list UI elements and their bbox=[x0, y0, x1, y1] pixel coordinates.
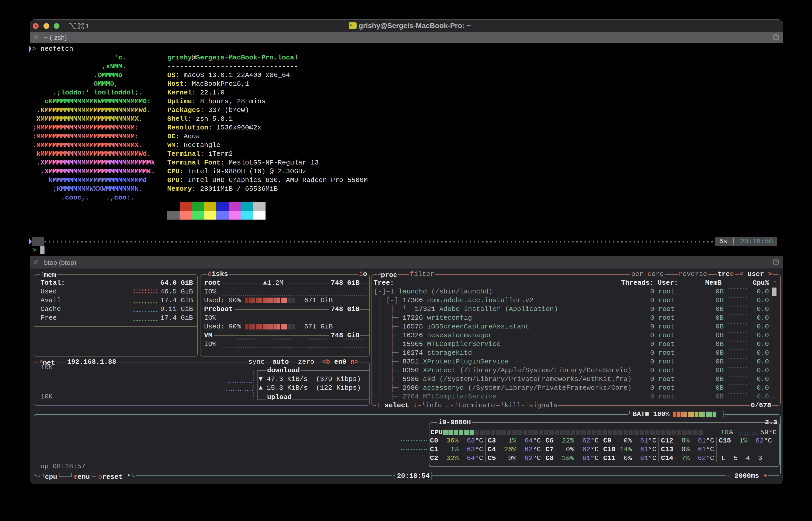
svg-text:1: 1 bbox=[86, 23, 89, 29]
